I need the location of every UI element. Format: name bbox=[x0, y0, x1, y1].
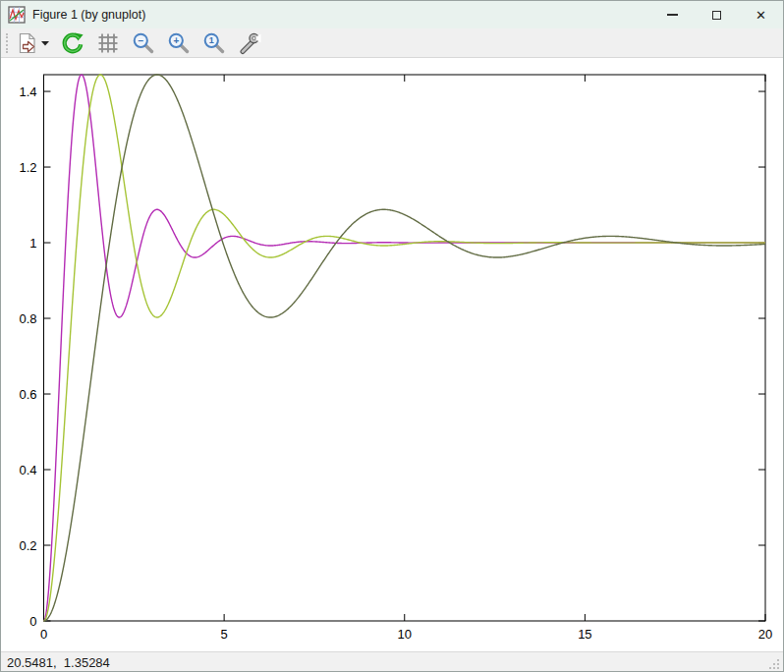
x-tick-label: 10 bbox=[398, 627, 412, 642]
curve-omega-1 bbox=[44, 75, 766, 621]
curve-omega-2 bbox=[44, 75, 766, 621]
zoom-reset-glyph: 1 bbox=[209, 35, 214, 45]
resize-grip[interactable] bbox=[768, 658, 780, 670]
x-tick-label: 20 bbox=[758, 627, 772, 642]
export-page-arrow-icon bbox=[16, 31, 39, 55]
grid-toggle-button[interactable] bbox=[93, 30, 123, 56]
x-tick-label: 5 bbox=[221, 627, 228, 642]
maximize-icon bbox=[712, 11, 721, 20]
zoom-out-glyph: − bbox=[138, 34, 143, 45]
settings-button[interactable] bbox=[235, 30, 264, 56]
export-button[interactable] bbox=[13, 30, 52, 56]
window-controls: ✕ bbox=[650, 1, 783, 28]
y-tick-label: 1 bbox=[29, 236, 36, 251]
cursor-coordinates: 20.5481, 1.35284 bbox=[7, 655, 110, 670]
magnifier-minus-icon: − bbox=[132, 31, 155, 55]
y-tick-label: 1.4 bbox=[19, 84, 36, 99]
minimize-button[interactable] bbox=[650, 1, 695, 28]
y-tick-label: 0.4 bbox=[19, 463, 36, 477]
toolbar-grip-handle[interactable] bbox=[6, 33, 8, 53]
magnifier-plus-icon: + bbox=[167, 31, 191, 55]
title-bar[interactable]: Figure 1 (by gnuplot) ✕ bbox=[1, 1, 783, 28]
y-tick-label: 0.8 bbox=[19, 311, 36, 326]
window-title: Figure 1 (by gnuplot) bbox=[32, 8, 650, 22]
replot-button[interactable] bbox=[58, 30, 87, 56]
x-tick-label: 0 bbox=[40, 627, 47, 642]
plot-border bbox=[44, 75, 766, 621]
zoom-in-glyph: + bbox=[173, 34, 179, 45]
plot-svg[interactable]: 0510152000.20.40.60.811.21.4 bbox=[1, 58, 784, 651]
status-bar: 20.5481, 1.35284 bbox=[1, 651, 783, 672]
zoom-in-button[interactable]: + bbox=[164, 30, 194, 56]
plot-canvas: 0510152000.20.40.60.811.21.4 bbox=[1, 58, 783, 651]
zoom-reset-button[interactable]: 1 bbox=[199, 30, 229, 56]
y-tick-label: 0.2 bbox=[19, 538, 36, 553]
close-button[interactable]: ✕ bbox=[739, 1, 783, 28]
toolbar: − + 1 bbox=[1, 28, 783, 58]
dropdown-caret-icon bbox=[41, 40, 49, 46]
maximize-button[interactable] bbox=[695, 1, 739, 28]
gnuplot-window: Figure 1 (by gnuplot) ✕ bbox=[0, 0, 784, 672]
grid-icon bbox=[96, 31, 120, 55]
gnuplot-app-icon bbox=[8, 6, 26, 24]
minimize-icon bbox=[667, 14, 678, 15]
x-tick-label: 15 bbox=[578, 627, 591, 642]
refresh-icon bbox=[61, 31, 84, 55]
y-tick-label: 0 bbox=[29, 614, 36, 629]
y-tick-label: 0.6 bbox=[19, 387, 36, 402]
zoom-out-button[interactable]: − bbox=[129, 30, 158, 56]
wrench-icon bbox=[238, 31, 261, 55]
magnifier-one-icon: 1 bbox=[202, 31, 226, 55]
curve-omega-3 bbox=[44, 75, 766, 621]
close-icon: ✕ bbox=[756, 9, 766, 22]
y-tick-label: 1.2 bbox=[19, 160, 36, 175]
